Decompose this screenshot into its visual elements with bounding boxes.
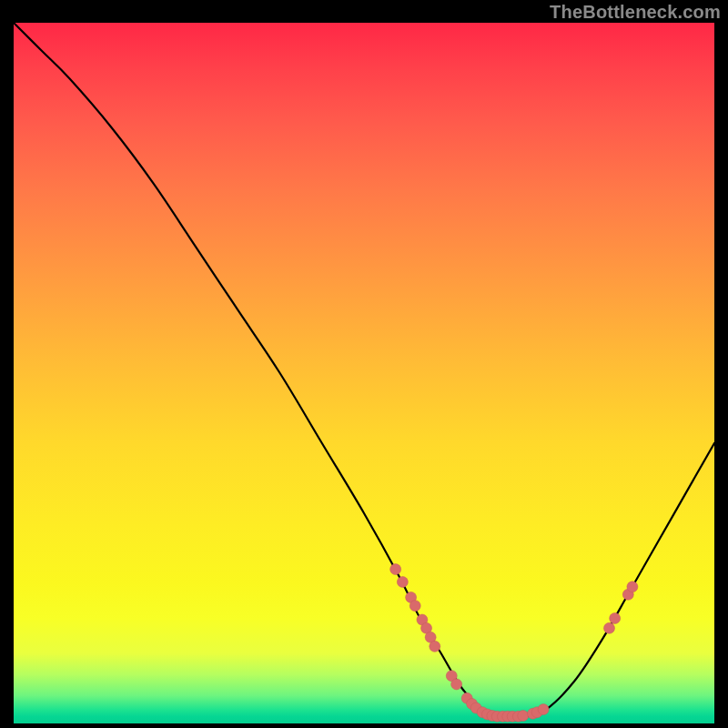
curve-marker [538, 704, 549, 715]
curve-marker [410, 601, 420, 612]
curve-overlay [14, 23, 714, 723]
curve-marker [518, 711, 529, 722]
watermark-label: TheBottleneck.com [550, 2, 721, 23]
curve-marker [397, 576, 408, 587]
curve-marker [451, 679, 462, 690]
curve-marker [610, 613, 621, 624]
curve-marker [430, 641, 440, 652]
bottleneck-curve [14, 23, 714, 717]
curve-marker [390, 564, 401, 575]
curve-marker [604, 622, 615, 633]
curve-marker [627, 581, 638, 592]
chart-stage: TheBottleneck.com [0, 0, 728, 728]
